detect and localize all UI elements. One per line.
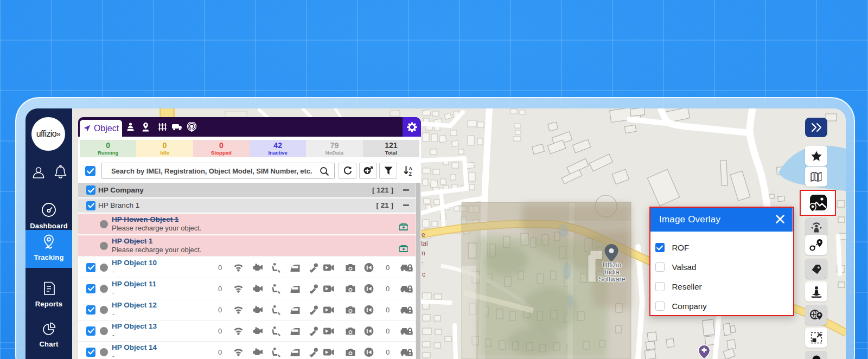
svg-text:Z: Z (409, 171, 412, 176)
svg-text:Uffizio: Uffizio (603, 261, 622, 269)
svg-text::: : (422, 260, 423, 268)
svg-text:n: n (422, 249, 425, 257)
svg-text:A: A (409, 166, 412, 171)
svg-text:tal: tal (421, 240, 428, 247)
svg-text:e: e (422, 231, 425, 239)
svg-text:c: c (422, 271, 425, 278)
svg-text:India: India (604, 268, 619, 276)
svg-text:Software: Software (598, 275, 625, 283)
